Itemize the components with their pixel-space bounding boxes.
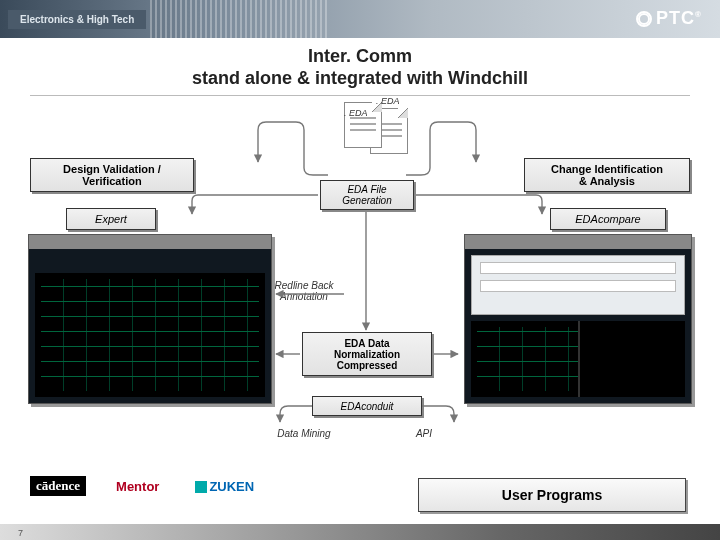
header-tab: Electronics & High Tech [8,10,146,29]
page-title: Inter. Commstand alone & integrated with… [0,46,720,96]
user-programs-box: User Programs [418,478,686,512]
api-label: API [404,428,444,439]
eda-label: . EDA [344,108,368,118]
logo-circle-icon [636,11,652,27]
footer-bar [0,524,720,540]
expert-screenshot [28,234,272,404]
partner-logos: cādence Mentor ZUKEN [30,476,260,496]
cadence-logo: cādence [30,476,86,496]
header-pattern [150,0,330,38]
diagram-canvas: . EDA . EDA Design Validation / Verifica… [28,102,692,472]
expert-box: Expert [66,208,156,230]
zuken-logo: ZUKEN [189,477,260,496]
eda-file-icons: . EDA . EDA [330,102,420,156]
redline-label: Redline BackAnnotation [264,280,344,302]
eda-file-generation-box: EDA File Generation [320,180,414,210]
data-mining-label: Data Mining [264,428,344,439]
header-bar: Electronics & High Tech PTC® [0,0,720,38]
edaconduit-box: EDAconduit [312,396,422,416]
eda-label: . EDA [376,96,400,106]
ptc-logo: PTC® [636,8,702,29]
edacompare-screenshot [464,234,692,404]
eda-normalization-box: EDA Data Normalization Compressed [302,332,432,376]
page-number: 7 [18,528,23,538]
design-validation-box: Design Validation / Verification [30,158,194,192]
change-identification-box: Change Identification & Analysis [524,158,690,192]
mentor-logo: Mentor [110,477,165,496]
edacompare-box: EDAcompare [550,208,666,230]
